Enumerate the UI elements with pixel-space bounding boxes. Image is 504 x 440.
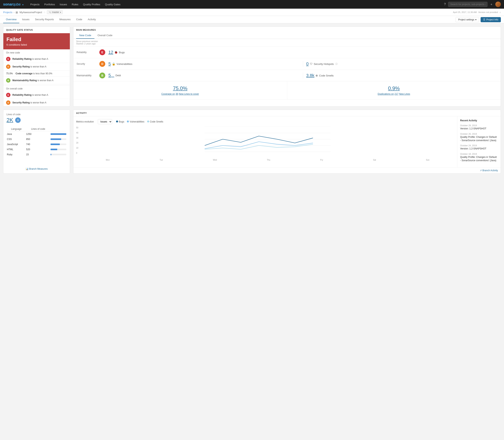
quality-gate-conditions-failed: 6 conditions failed [6,43,67,46]
mm-subtitle-line1: Since previous version [76,40,498,42]
code-smells-value[interactable]: 3.8k [306,73,315,78]
project-info-button[interactable]: ☰ Project Info [481,17,501,22]
nav-right: ? ＋ [444,1,501,7]
loc-bar-cell [51,137,66,142]
star-icon[interactable]: ☆ [43,11,46,14]
recent-desc-1: Quality Profile: Changes in 'Default - S… [460,136,498,142]
branch-activity-link[interactable]: ↗ Branch Activity [73,167,501,173]
recent-desc-3: Quality Profile: Changes in 'Default - S… [460,155,498,162]
plus-icon[interactable]: ＋ [490,2,493,6]
duplication-lines-value[interactable]: 217 [394,93,398,95]
condition-label: Security Rating [12,65,30,68]
x-thu: Thu [267,159,270,161]
smells-icon: ⊗ [316,74,318,77]
tab-issues[interactable]: Issues [19,16,32,23]
loc-bar [51,133,66,135]
tab-overview[interactable]: Overview [3,16,19,23]
security-value[interactable]: 5 [108,61,111,67]
condition-label: Reliability Rating [12,94,31,96]
x-tue: Tue [160,159,163,161]
loc-lang-value: 740 [26,142,50,147]
breadcrumb-projects-link[interactable]: Projects [3,11,12,14]
code-smells-label: Code Smells [319,74,334,77]
search-input[interactable] [448,2,488,7]
security-hotspots-value[interactable]: 0 [306,61,309,67]
loc-panel: Lines of code 2K S Language Lines of cod… [3,110,70,174]
main-measures-tabs: New Code Overall Code [73,32,501,39]
branch-label: master [52,11,59,14]
shield-icon: 🛡 [310,62,313,66]
y-10: 10 [76,147,81,149]
tab-code[interactable]: Code [73,16,85,23]
security-rating: D [99,61,105,67]
project-icon: ▦ [15,11,18,14]
loc-table-row: HTML 520 [7,147,66,152]
loc-bar-cell [51,147,66,152]
tab-new-code[interactable]: New Code [76,32,94,39]
tab-measures[interactable]: Measures [57,16,73,23]
recent-item-3: October 18, 2019 Quality Profile: Change… [460,153,498,162]
loc-number[interactable]: 2K [6,117,13,123]
lock-icon: 🔒 [112,62,115,66]
security-metric: 5 🔒 Vulnerabilities [108,61,300,67]
qg-value: 75.0% [6,72,13,75]
reliability-value[interactable]: 12 [108,50,113,55]
nav-issues[interactable]: Issues [58,2,69,7]
nav-quality-profiles[interactable]: Quality Profiles [81,2,102,7]
chart-metric-select[interactable]: Issues [98,119,112,124]
qg-condition-text: Maintainability Rating is worse than A [12,79,54,82]
duplication-value[interactable]: 0.9% [388,85,400,91]
tab-overall-code[interactable]: Overall Code [94,32,116,39]
reliability-label: Reliability [77,51,96,54]
loc-lang-badge: S [15,117,21,123]
maintainability-value[interactable]: 5min [108,73,114,78]
qg-condition-security-overall: D Security Rating is worse than A [3,99,70,106]
loc-lang-value: 520 [26,147,50,152]
nav-projects[interactable]: Projects [28,2,42,7]
y-40: 40 [76,132,81,134]
arrow-icon: ↗ [480,169,482,172]
x-sun: Sun [426,159,429,161]
coverage-lines-value[interactable]: 36 [175,93,178,95]
nav-quality-gates[interactable]: Quality Gates [103,2,123,7]
rating-badge-e: E [6,93,10,97]
security-hotspots-label: Security Hotspots [314,63,334,66]
tab-activity[interactable]: Activity [85,16,98,23]
coverage-value[interactable]: 75.0% [173,85,187,91]
loc-bar [51,138,61,140]
project-settings-button[interactable]: Project settings ▾ [456,17,479,22]
branch-measures-link[interactable]: 📊 Branch Measures [6,165,67,170]
row-divider [303,61,303,67]
chart-legend: Bugs Vulnerabilities Code Smells [116,120,163,123]
loc-bar [51,154,51,155]
loc-lang-value: 1250 [26,132,50,137]
avatar[interactable] [495,1,501,7]
maintainability-metric: 5min Debt [108,73,300,78]
nav-rules[interactable]: Rules [70,2,80,7]
row-divider [303,72,303,78]
loc-table: Language Lines of code Java 1250 CSS 850… [6,126,67,157]
nav-portfolios[interactable]: Portfolios [42,2,57,7]
help-icon[interactable]: ? [444,2,446,6]
brand-logo: sonarqube ✦ [3,2,24,6]
recent-desc-2: Version: 1.2-SNAPSHOT [460,147,498,151]
home-icon[interactable]: ⌂ [500,11,501,13]
mm-subtitle-line2: Started: 2 years ago [76,42,498,45]
mm-subtitle: Since previous version Started: 2 years … [73,39,501,47]
condition-label: Security Rating [12,101,30,104]
loc-bar-cell [51,142,66,147]
breadcrumb-timestamp: April 25, 2017, 11:36 AM [453,11,477,13]
x-fry: Fry [320,159,323,161]
branch-selector[interactable]: ⌥ master ▾ [47,10,63,14]
loc-lang-name: HTML [7,147,26,152]
coverage-half: 75.0% Coverage on 36 New Lines to cover [73,81,287,99]
maintainability-secondary: 3.8k ⊗ Code Smells [306,73,498,78]
tab-security-reports[interactable]: Security Reports [32,16,57,23]
loc-lang-name: CSS [7,137,26,142]
qg-condition-text: Security Rating is worse than A [12,65,46,68]
info-icon: ⓘ [336,63,337,66]
settings-dropdown-icon: ▾ [475,18,476,21]
loc-bar-wrap [51,133,66,135]
qg-condition-security-new: D Security Rating is worse than A [3,63,70,70]
recent-date-2: October 24, 2019 [460,144,498,147]
